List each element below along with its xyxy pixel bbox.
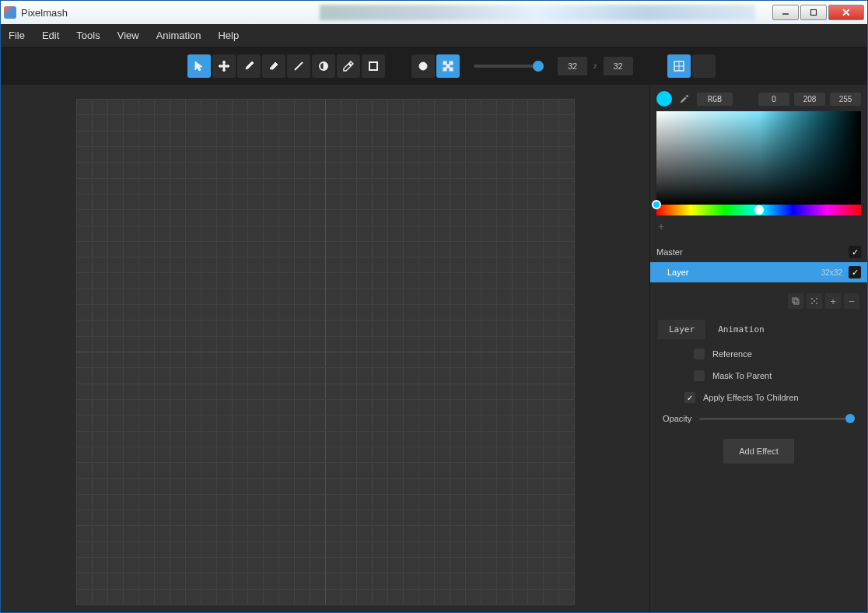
color-mode-button[interactable]: RGB <box>697 93 733 106</box>
svg-rect-4 <box>369 62 377 70</box>
slider-knob[interactable] <box>533 61 544 72</box>
rect-tool[interactable] <box>362 54 385 78</box>
tab-layer[interactable]: Layer <box>658 320 705 339</box>
menubar: File Edit Tools View Animation Help <box>1 24 867 47</box>
toolbar: 32 z 32 <box>1 47 867 85</box>
menu-file[interactable]: File <box>9 30 25 41</box>
tab-animation[interactable]: Animation <box>707 320 775 339</box>
layer-dimensions: 32x32 <box>821 268 842 277</box>
svg-rect-8 <box>446 65 450 68</box>
canvas[interactable] <box>76 99 574 604</box>
layer-move-button[interactable] <box>807 293 822 309</box>
svg-point-20 <box>816 303 817 304</box>
menu-help[interactable]: Help <box>218 30 239 41</box>
picker-tool[interactable] <box>337 54 360 78</box>
layer-properties: Reference Mask To Parent Apply Effects T… <box>650 339 867 473</box>
layer-label: Layer <box>667 268 815 277</box>
mask-label: Mask To Parent <box>712 371 772 380</box>
color-g-input[interactable]: 208 <box>794 93 825 106</box>
apply-effects-checkbox[interactable] <box>684 392 695 403</box>
mask-checkbox[interactable] <box>694 370 705 381</box>
hue-knob[interactable] <box>754 205 764 215</box>
svg-point-17 <box>816 298 817 299</box>
shape-pixel-button[interactable] <box>436 54 460 78</box>
grid-toggle-button[interactable] <box>667 54 691 78</box>
menu-animation[interactable]: Animation <box>156 30 201 41</box>
hue-slider[interactable] <box>656 205 861 215</box>
select-tool[interactable] <box>187 54 211 78</box>
menu-view[interactable]: View <box>117 30 139 41</box>
svg-rect-9 <box>443 68 446 71</box>
svg-point-5 <box>419 62 427 70</box>
layer-master-visible-checkbox[interactable]: ✓ <box>849 246 861 258</box>
add-swatch-button[interactable]: + <box>650 215 867 237</box>
layer-tree: Master ✓ Layer 32x32 ✓ <box>650 242 867 282</box>
svg-point-19 <box>811 303 813 304</box>
grid-options-button[interactable] <box>692 54 716 78</box>
line-tool[interactable] <box>287 54 310 78</box>
saturation-value-picker[interactable] <box>656 111 861 205</box>
layer-visible-checkbox[interactable]: ✓ <box>849 266 861 278</box>
svg-line-2 <box>295 62 303 70</box>
window-title: Pixelmash <box>21 7 68 19</box>
color-r-input[interactable]: 0 <box>758 93 789 106</box>
dimension-separator: z <box>593 62 597 70</box>
layer-master-row[interactable]: Master ✓ <box>650 242 867 262</box>
svg-point-16 <box>811 298 813 299</box>
color-swatch[interactable] <box>656 91 672 107</box>
app-icon <box>4 6 16 19</box>
eraser-tool[interactable] <box>262 54 285 78</box>
menu-edit[interactable]: Edit <box>42 30 59 41</box>
add-effect-button[interactable]: Add Effect <box>723 439 794 464</box>
layer-add-button[interactable]: + <box>825 293 841 309</box>
layer-remove-button[interactable]: − <box>844 293 859 309</box>
minimize-button[interactable] <box>772 5 799 20</box>
move-tool[interactable] <box>212 54 236 78</box>
app-window: Pixelmash ✕ File Edit Tools View Animati… <box>0 0 868 613</box>
color-b-input[interactable]: 255 <box>830 93 861 106</box>
titlebar[interactable]: Pixelmash ✕ <box>1 1 867 24</box>
sv-cursor[interactable] <box>652 200 661 209</box>
svg-point-18 <box>814 300 815 302</box>
opacity-label: Opacity <box>663 414 691 423</box>
layer-row[interactable]: Layer 32x32 ✓ <box>650 262 867 282</box>
svg-rect-1 <box>811 10 817 16</box>
eyedropper-icon[interactable] <box>677 91 692 107</box>
titlebar-background-blur <box>320 5 755 20</box>
svg-rect-6 <box>443 61 446 65</box>
svg-rect-14 <box>793 298 797 303</box>
reference-label: Reference <box>712 349 752 359</box>
apply-effects-label: Apply Effects To Children <box>703 393 799 402</box>
shape-circle-button[interactable] <box>411 54 435 78</box>
svg-rect-10 <box>450 68 453 71</box>
brush-tool[interactable] <box>237 54 261 78</box>
maximize-button[interactable] <box>800 5 827 20</box>
opacity-knob[interactable] <box>845 414 855 423</box>
menu-tools[interactable]: Tools <box>76 30 100 41</box>
side-panel: RGB 0 208 255 + Master ✓ Layer 32x32 <box>649 85 867 612</box>
bucket-tool[interactable] <box>312 54 335 78</box>
size-slider[interactable] <box>474 65 544 68</box>
opacity-slider[interactable] <box>699 418 855 420</box>
layer-master-label: Master <box>656 247 842 257</box>
canvas-height-input[interactable]: 32 <box>604 57 633 75</box>
svg-rect-15 <box>794 299 799 304</box>
reference-checkbox[interactable] <box>694 349 705 359</box>
close-button[interactable]: ✕ <box>828 5 864 20</box>
canvas-area[interactable] <box>1 85 649 612</box>
layer-duplicate-button[interactable] <box>788 293 803 309</box>
svg-rect-7 <box>450 61 453 65</box>
canvas-width-input[interactable]: 32 <box>558 57 587 75</box>
